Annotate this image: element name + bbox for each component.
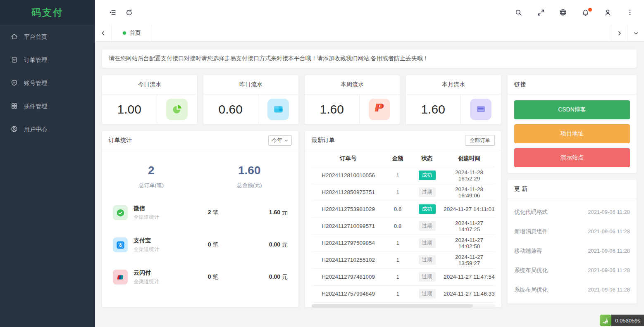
unionpay-icon — [113, 270, 128, 284]
collapse-sidebar-button[interactable] — [104, 4, 121, 21]
tab-label: 首页 — [130, 29, 141, 37]
user-profile-icon[interactable] — [599, 4, 616, 21]
app-logo: 码支付 — [0, 0, 95, 25]
stat-title: 本周流水 — [305, 75, 400, 95]
wallet-icon — [267, 99, 289, 120]
svg-text:支: 支 — [117, 242, 123, 247]
status-badge: 过期 — [419, 238, 436, 248]
sidebar-item-plugins[interactable]: 插件管理 — [0, 95, 95, 118]
table-row: H20241127975098541 过期 2024-11-27 14:02:5… — [312, 235, 495, 251]
table-row: H20241127100995710.8 过期 2024-11-27 14:07… — [312, 218, 495, 235]
stat-value: 1.60 — [406, 95, 460, 124]
scrollbar-thumb[interactable] — [312, 304, 473, 308]
all-orders-button[interactable]: 全部订单 — [465, 135, 495, 146]
thinkphp-logo-icon[interactable] — [600, 315, 611, 326]
status-badge: 过期 — [419, 289, 436, 299]
table-row: H20241127539810290.6 成功 2024-11-27 14:11… — [312, 201, 495, 218]
wechat-pay-icon — [113, 205, 128, 220]
fullscreen-icon[interactable] — [532, 4, 549, 21]
sidebar-item-orders[interactable]: 订单管理 — [0, 49, 95, 72]
col-order-id: 订单号 — [312, 150, 385, 167]
list-item: 系统布局优化 2021-09-06 11:28 — [514, 280, 630, 299]
stat-value: 1.00 — [102, 95, 157, 124]
status-badge: 成功 — [419, 204, 436, 214]
table-horizontal-scrollbar — [312, 304, 495, 308]
tabbar: 首页 — [95, 25, 644, 42]
status-badge: 过期 — [419, 255, 436, 265]
table-row: H20241128509757511 过期 2024-11-28 16:49:0… — [312, 184, 495, 201]
grid-icon — [11, 102, 18, 111]
stat-value: 0.60 — [203, 95, 258, 124]
language-globe-icon[interactable] — [555, 4, 571, 21]
stat-value: 1.60 — [305, 95, 359, 124]
main-content: 请在您网站后台配置支付接口对接时请您选择走易支付接口方式来对接本平台哦！请添加收… — [95, 42, 644, 307]
status-badge: 过期 — [419, 221, 436, 231]
project-url-button[interactable]: 项目地址 — [514, 124, 630, 143]
csdn-blog-button[interactable]: CSDN博客 — [514, 100, 630, 119]
list-item: 移动端兼容 2021-09-06 11:28 — [514, 241, 630, 261]
total-orders-value: 2 — [102, 164, 200, 177]
sidebar-item-accounts[interactable]: 账号管理 — [0, 72, 95, 95]
links-title: 链接 — [514, 81, 526, 88]
notifications-bell-icon[interactable] — [577, 4, 594, 21]
total-orders-label: 总订单(笔) — [102, 182, 200, 189]
sidebar-item-label: 平台首页 — [24, 33, 47, 41]
range-selected-value: 今年 — [272, 137, 282, 144]
order-statistics-card: 订单统计 今年 2 总订单(笔) 1.60 总金额(元) — [102, 131, 298, 307]
total-amount-label: 总金额(元) — [200, 182, 299, 189]
sidebar-item-label: 账号管理 — [24, 80, 47, 87]
orders-table: 订单号 金额 状态 创建时间 H20241128100100561 成功 — [312, 150, 495, 303]
sidebar-item-label: 插件管理 — [24, 103, 47, 110]
channel-row-alipay: 支 支付宝 全渠道统计 0 笔 0.00 元 — [113, 233, 288, 257]
search-icon[interactable] — [510, 4, 527, 21]
status-badge: 过期 — [419, 187, 436, 197]
bank-card-icon — [470, 99, 491, 120]
status-badge: 成功 — [419, 171, 436, 180]
tab-home[interactable]: 首页 — [112, 25, 152, 41]
col-status: 状态 — [410, 150, 444, 167]
stat-card-today: 今日流水 1.00 — [102, 75, 197, 124]
list-item: 新增消息组件 2021-09-06 11:28 — [514, 222, 630, 241]
updates-title: 更 新 — [514, 185, 527, 193]
tabs-menu-dropdown-button[interactable] — [627, 25, 644, 41]
stat-card-yesterday: 昨日流水 0.60 — [203, 75, 298, 124]
tabs-scroll-left-button[interactable] — [95, 25, 112, 41]
more-options-icon[interactable] — [622, 4, 638, 21]
demo-site-button[interactable]: 演示站点 — [514, 148, 630, 167]
status-badge: 过期 — [419, 272, 436, 282]
table-row: H20241128100100561 成功 2024-11-28 16:52:2… — [312, 167, 495, 184]
sidebar-item-home[interactable]: 平台首页 — [0, 26, 95, 49]
tabs-scroll-right-button[interactable] — [611, 25, 627, 41]
year-range-select[interactable]: 今年 — [268, 135, 292, 146]
chevron-down-icon — [284, 138, 289, 143]
stats-row: 今日流水 1.00 昨日流水 0.60 — [102, 75, 501, 124]
render-time-value: 0.053059s — [611, 315, 644, 326]
sidebar-item-user-center[interactable]: 用户中心 — [0, 118, 95, 141]
stat-title: 昨日流水 — [203, 75, 298, 95]
user-circle-icon — [11, 126, 18, 134]
refresh-button[interactable] — [121, 4, 137, 21]
stat-card-week: 本周流水 1.60 PP — [305, 75, 400, 124]
total-amount-value: 1.60 — [200, 164, 299, 177]
sidebar-item-label: 订单管理 — [24, 57, 47, 64]
stat-title: 本月流水 — [406, 75, 501, 95]
stat-title: 今日流水 — [102, 75, 197, 95]
list-item: 系统布局优化 2021-09-06 11:28 — [514, 261, 630, 280]
updates-card: 更 新 优化代码格式 2021-09-06 11:28 新增消息组件 2021-… — [508, 180, 637, 303]
sidebar: 码支付 平台首页 订单管理 账号管理 插件管理 — [0, 0, 95, 327]
order-statistics-title: 订单统计 — [109, 137, 132, 144]
notification-dot — [588, 8, 592, 12]
col-created: 创建时间 — [444, 150, 495, 167]
channel-row-unionpay: 云闪付 全渠道统计 0 笔 0.00 元 — [113, 265, 288, 289]
table-row: H20241127579948491 过期 2024-11-27 11:46:3… — [312, 285, 495, 302]
clipboard-icon — [11, 56, 18, 64]
latest-orders-card: 最新订单 全部订单 订单号 金额 状态 创建时间 — [305, 131, 501, 307]
list-item: 优化代码格式 2021-09-06 11:28 — [514, 202, 630, 222]
alipay-icon: 支 — [113, 237, 128, 252]
table-row: H20241127102551021 过期 2024-11-27 13:59:2… — [312, 251, 495, 268]
active-tab-dot — [123, 31, 126, 35]
sidebar-item-label: 用户中心 — [24, 126, 47, 133]
stat-card-month: 本月流水 1.60 — [406, 75, 501, 124]
page-timing-badge: 0.053059s — [600, 315, 644, 326]
latest-orders-title: 最新订单 — [312, 137, 335, 144]
